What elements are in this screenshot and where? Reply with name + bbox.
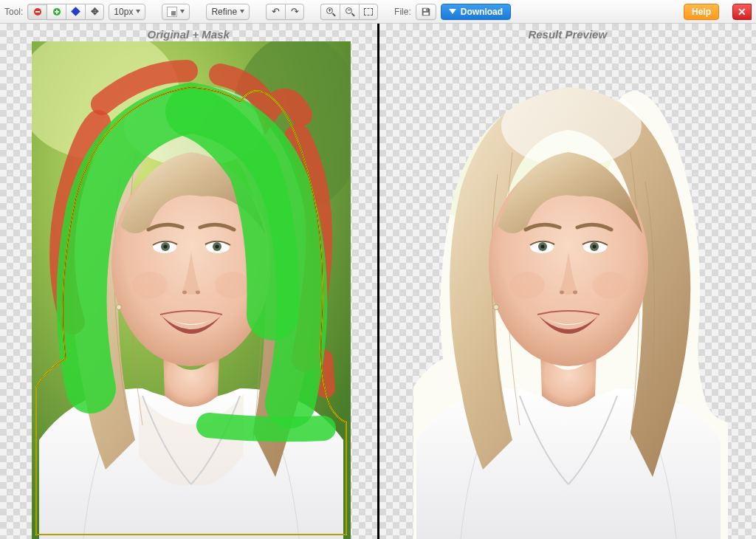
svg-point-13 bbox=[164, 245, 168, 249]
undo-icon: ↶ bbox=[272, 6, 280, 17]
color-swatch-dropdown[interactable] bbox=[162, 4, 190, 20]
svg-point-34 bbox=[592, 272, 628, 298]
caret-down-icon bbox=[136, 10, 140, 13]
svg-point-31 bbox=[560, 291, 564, 295]
move-tool-button[interactable]: ✥ bbox=[85, 4, 104, 20]
move-icon: ✥ bbox=[91, 6, 99, 17]
result-canvas[interactable] bbox=[409, 41, 728, 539]
mark-tool-group: ✥ bbox=[27, 4, 104, 20]
right-panel-title: Result Preview bbox=[379, 28, 757, 41]
brush-size-value: 10px bbox=[114, 7, 133, 17]
caret-down-icon bbox=[180, 10, 185, 13]
zoom-group bbox=[320, 4, 378, 20]
original-canvas[interactable] bbox=[32, 41, 351, 539]
keep-tool-button[interactable] bbox=[47, 4, 66, 20]
close-icon: ✕ bbox=[738, 6, 746, 18]
zoom-out-button[interactable] bbox=[340, 4, 359, 20]
history-group: ↶ ↷ bbox=[266, 4, 304, 20]
undo-button[interactable]: ↶ bbox=[266, 4, 285, 20]
caret-down-icon bbox=[240, 10, 244, 13]
minus-circle-icon bbox=[34, 8, 41, 16]
svg-point-33 bbox=[509, 272, 545, 298]
main-toolbar: Tool: ✥ 10px Refine bbox=[0, 0, 756, 24]
help-label: Help bbox=[692, 7, 711, 17]
zoom-in-icon bbox=[326, 7, 335, 16]
svg-point-32 bbox=[573, 291, 577, 295]
redo-icon: ↷ bbox=[291, 6, 299, 17]
zoom-out-icon bbox=[346, 7, 354, 16]
refine-label: Refine bbox=[211, 7, 237, 17]
svg-point-30 bbox=[592, 245, 596, 249]
plus-circle-icon bbox=[53, 8, 61, 16]
diamond-icon bbox=[71, 7, 80, 16]
svg-point-18 bbox=[215, 272, 250, 298]
svg-point-35 bbox=[493, 305, 498, 310]
close-button[interactable]: ✕ bbox=[732, 4, 752, 20]
download-label: Download bbox=[461, 7, 503, 17]
file-label: File: bbox=[394, 7, 411, 17]
left-panel-title: Original + Mask bbox=[0, 28, 377, 41]
remove-tool-button[interactable] bbox=[27, 4, 47, 20]
fit-icon bbox=[364, 8, 373, 16]
original-mask-panel: Original + Mask bbox=[0, 24, 379, 539]
svg-point-19 bbox=[117, 305, 122, 310]
download-button[interactable]: Download bbox=[441, 4, 511, 20]
tool-label: Tool: bbox=[4, 7, 23, 17]
floppy-icon bbox=[421, 7, 431, 17]
color-swatch-icon bbox=[167, 7, 177, 17]
download-arrow-icon bbox=[449, 9, 456, 14]
brush-size-dropdown[interactable]: 10px bbox=[109, 4, 145, 20]
refine-dropdown[interactable]: Refine bbox=[206, 4, 250, 20]
redo-button[interactable]: ↷ bbox=[285, 4, 304, 20]
zoom-in-button[interactable] bbox=[320, 4, 340, 20]
workspace: Original + Mask bbox=[0, 24, 756, 539]
svg-point-29 bbox=[540, 245, 544, 249]
hair-tool-button[interactable] bbox=[66, 4, 85, 20]
svg-point-14 bbox=[216, 245, 219, 249]
svg-rect-2 bbox=[426, 9, 427, 11]
svg-point-15 bbox=[182, 291, 187, 295]
result-preview-panel: Result Preview bbox=[379, 24, 757, 539]
fit-screen-button[interactable] bbox=[359, 4, 378, 20]
svg-point-17 bbox=[132, 272, 168, 298]
svg-point-16 bbox=[196, 291, 200, 295]
svg-rect-1 bbox=[423, 12, 428, 15]
save-button[interactable] bbox=[416, 4, 436, 20]
help-button[interactable]: Help bbox=[684, 4, 719, 20]
